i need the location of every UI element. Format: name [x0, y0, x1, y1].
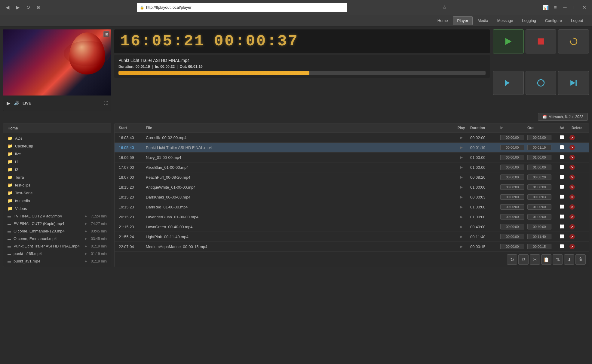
back-button[interactable]: ◀ — [4, 4, 11, 11]
row-ad-checkbox[interactable] — [560, 205, 564, 209]
row-ad-checkbox[interactable] — [560, 195, 564, 199]
next-button[interactable] — [558, 71, 589, 95]
folder-item[interactable]: 📁CacheClip — [3, 142, 111, 150]
row-out-input[interactable] — [527, 174, 551, 180]
row-in-input[interactable] — [500, 224, 524, 229]
menu-button[interactable]: ≡ — [551, 3, 560, 12]
row-delete-button[interactable]: ✕ — [569, 244, 575, 249]
row-play-button[interactable]: ▶ — [458, 214, 465, 220]
folder-item[interactable]: 📁t2 — [3, 165, 111, 173]
toolbar-sort-button[interactable]: ⇅ — [553, 254, 563, 265]
row-play-button[interactable]: ▶ — [458, 244, 465, 249]
row-ad-checkbox[interactable] — [560, 185, 564, 189]
row-out-input[interactable] — [527, 214, 551, 220]
folder-item[interactable]: 📁ADs — [3, 134, 111, 142]
app-nav-btn-player[interactable]: Player — [453, 16, 473, 25]
row-out-input[interactable] — [527, 184, 551, 190]
app-nav-btn-logging[interactable]: Logging — [518, 16, 540, 25]
row-out-input[interactable] — [527, 234, 551, 239]
row-delete-button[interactable]: ✕ — [569, 224, 575, 229]
restore-button[interactable]: □ — [570, 3, 579, 12]
stop-button[interactable] — [526, 29, 557, 53]
row-delete-button[interactable]: ✕ — [569, 214, 575, 220]
row-out-input[interactable] — [527, 135, 551, 140]
file-item[interactable]: ▬ punkt_av1.mp4 ▶ 01:19 min — [3, 257, 111, 265]
row-in-input[interactable] — [500, 135, 524, 140]
close-button[interactable]: ✕ — [580, 3, 588, 12]
video-fullscreen-button[interactable]: ⛶ — [103, 101, 108, 105]
toolbar-download-button[interactable]: ⬇ — [564, 254, 574, 265]
reload-button[interactable]: ↻ — [24, 4, 32, 11]
bookmark-button[interactable]: ☆ — [442, 4, 447, 11]
row-delete-button[interactable]: ✕ — [569, 165, 575, 170]
file-item[interactable]: ▬ FV FINAL CUT2 # adtv.mp4 ▶ 71:24 min — [3, 212, 111, 220]
row-out-input[interactable] — [527, 145, 551, 150]
reload-transport-button[interactable] — [558, 29, 589, 53]
extensions-button[interactable]: 📊 — [541, 3, 550, 12]
row-ad-checkbox[interactable] — [560, 155, 564, 159]
row-delete-button[interactable]: ✕ — [569, 135, 575, 140]
row-in-input[interactable] — [500, 234, 524, 239]
address-bar[interactable]: 🔒 http://ffplayout.local/player — [137, 3, 347, 12]
video-volume-button[interactable]: 🔊 — [14, 101, 19, 105]
row-out-input[interactable] — [527, 224, 551, 229]
folder-item[interactable]: 📁test-clips — [3, 181, 111, 189]
file-item[interactable]: ▬ O come, Emmanuel-120.mp4 ▶ 03:45 min — [3, 227, 111, 235]
app-nav-btn-home[interactable]: Home — [433, 16, 452, 25]
folder-item[interactable]: 📁t1 — [3, 158, 111, 165]
row-ad-checkbox[interactable] — [560, 224, 564, 229]
toolbar-paste-button[interactable]: 📋 — [541, 254, 551, 265]
row-play-button[interactable]: ▶ — [458, 155, 465, 160]
row-delete-button[interactable]: ✕ — [569, 194, 575, 200]
row-in-input[interactable] — [500, 244, 524, 249]
toolbar-reload-button[interactable]: ↻ — [507, 254, 517, 265]
row-in-input[interactable] — [500, 214, 524, 220]
row-in-input[interactable] — [500, 194, 524, 200]
row-play-button[interactable]: ▶ — [458, 135, 465, 140]
app-nav-btn-configure[interactable]: Configure — [541, 16, 566, 25]
row-ad-checkbox[interactable] — [560, 165, 564, 169]
row-in-input[interactable] — [500, 155, 524, 160]
row-ad-checkbox[interactable] — [560, 175, 564, 179]
loop-button[interactable] — [526, 71, 557, 95]
row-play-button[interactable]: ▶ — [458, 204, 465, 210]
play-button[interactable] — [493, 29, 524, 53]
app-nav-btn-message[interactable]: Message — [493, 16, 517, 25]
folder-item[interactable]: 📁Videos — [3, 205, 111, 212]
app-nav-btn-logout[interactable]: Logout — [567, 16, 587, 25]
row-ad-checkbox[interactable] — [560, 244, 564, 248]
folder-item[interactable]: 📁tv-media — [3, 197, 111, 205]
row-play-button[interactable]: ▶ — [458, 234, 465, 239]
row-in-input[interactable] — [500, 184, 524, 190]
row-delete-button[interactable]: ✕ — [569, 174, 575, 180]
row-ad-checkbox[interactable] — [560, 135, 564, 139]
row-in-input[interactable] — [500, 204, 524, 210]
row-in-input[interactable] — [500, 145, 524, 150]
file-item[interactable]: ▬ FV FINAL CUT2 (Kopie).mp4 ▶ 74:27 min — [3, 220, 111, 227]
prev-button[interactable] — [493, 71, 524, 95]
new-tab-button[interactable]: ⊕ — [34, 4, 42, 11]
folder-item[interactable]: 📁Test-Serie — [3, 189, 111, 197]
row-out-input[interactable] — [527, 155, 551, 160]
minimize-button[interactable]: ─ — [561, 3, 569, 12]
toolbar-copy-button[interactable]: ⧉ — [518, 254, 529, 265]
video-play-button[interactable]: ▶ — [7, 100, 10, 106]
app-nav-btn-media[interactable]: Media — [473, 16, 492, 25]
row-out-input[interactable] — [527, 204, 551, 210]
folder-item[interactable]: 📁Terra — [3, 173, 111, 181]
row-delete-button[interactable]: ✕ — [569, 234, 575, 239]
row-delete-button[interactable]: ✕ — [569, 145, 575, 150]
row-delete-button[interactable]: ✕ — [569, 204, 575, 210]
row-ad-checkbox[interactable] — [560, 145, 564, 149]
row-delete-button[interactable]: ✕ — [569, 155, 575, 160]
row-in-input[interactable] — [500, 174, 524, 180]
row-out-input[interactable] — [527, 165, 551, 170]
row-delete-button[interactable]: ✕ — [569, 184, 575, 190]
folder-item[interactable]: 📁live — [3, 150, 111, 158]
row-play-button[interactable]: ▶ — [458, 165, 465, 170]
file-item[interactable]: ▬ O come, Emmanuel.mp4 ▶ 03:45 min — [3, 235, 111, 242]
row-play-button[interactable]: ▶ — [458, 184, 465, 190]
toolbar-delete-button[interactable]: 🗑 — [575, 254, 586, 265]
file-item[interactable]: ▬ punkt-h265.mp4 ▶ 01:19 min — [3, 250, 111, 257]
row-ad-checkbox[interactable] — [560, 234, 564, 238]
